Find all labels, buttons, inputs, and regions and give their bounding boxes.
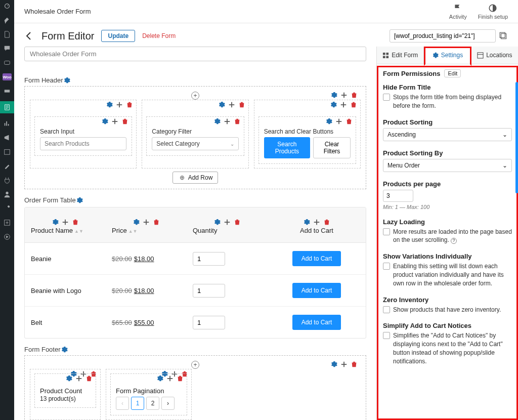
add-to-cart-button[interactable]: Add to Cart [292, 283, 341, 298]
rail-page-icon[interactable] [3, 30, 11, 38]
help-icon[interactable]: ? [451, 238, 457, 244]
plus-icon[interactable] [335, 118, 342, 125]
update-button[interactable]: Update [101, 30, 135, 42]
sortby-select[interactable]: Menu Order⌄ [383, 159, 512, 172]
rail-analytics-icon[interactable] [3, 119, 11, 128]
trash-icon[interactable] [153, 219, 160, 226]
rail-ticket-icon[interactable] [3, 87, 11, 95]
trash-icon[interactable] [85, 375, 93, 382]
simplify-checkbox[interactable] [383, 332, 390, 339]
plus-icon[interactable] [75, 375, 82, 382]
hide-title-checkbox[interactable] [383, 94, 390, 101]
add-row-button[interactable]: ⊕Add Row [172, 172, 219, 184]
plus-icon[interactable] [224, 219, 231, 226]
gear-icon[interactable] [76, 197, 83, 204]
search-products-button[interactable]: Search Products [264, 137, 310, 158]
rail-user-icon[interactable] [3, 190, 11, 198]
plus-icon[interactable] [62, 219, 69, 226]
permissions-edit-button[interactable]: Edit [444, 69, 461, 77]
trash-icon[interactable] [238, 101, 245, 108]
activity-button[interactable]: Activity [449, 4, 467, 20]
qty-input[interactable] [193, 284, 225, 298]
gear-icon[interactable] [52, 219, 59, 226]
clear-filters-button[interactable]: Clear Filters [313, 137, 351, 158]
plus-icon[interactable] [116, 101, 123, 108]
copy-icon[interactable] [499, 31, 508, 40]
plus-icon[interactable] [111, 118, 118, 125]
trash-icon[interactable] [234, 219, 241, 226]
gear-icon[interactable] [325, 118, 332, 125]
rail-pin-icon[interactable] [3, 16, 11, 24]
finish-setup-button[interactable]: Finish setup [478, 4, 508, 20]
rail-form-icon[interactable] [0, 101, 14, 113]
add-row-top-icon[interactable]: + [191, 361, 199, 369]
shortcode-input[interactable] [390, 29, 496, 43]
rail-dashboard-icon[interactable] [3, 2, 11, 10]
gear-icon[interactable] [61, 346, 68, 353]
gear-icon[interactable] [303, 219, 310, 226]
trash-icon[interactable] [351, 361, 358, 368]
rail-brush-icon[interactable] [3, 162, 11, 170]
rail-tools-icon[interactable] [3, 204, 11, 213]
gear-icon[interactable] [156, 375, 163, 382]
add-to-cart-button[interactable]: Add to Cart [292, 315, 341, 330]
perpage-input[interactable] [383, 190, 413, 202]
gear-icon[interactable] [213, 219, 221, 226]
add-to-cart-button[interactable]: Add to Cart [292, 251, 341, 266]
rail-play-icon[interactable] [3, 233, 11, 241]
delete-form-link[interactable]: Delete Form [142, 32, 176, 39]
plus-icon[interactable] [228, 101, 235, 108]
gear-icon[interactable] [330, 101, 337, 108]
qty-input[interactable] [193, 252, 225, 266]
trash-icon[interactable] [234, 118, 241, 125]
sort-icon[interactable]: ▲▼ [74, 229, 83, 234]
scrollbar[interactable] [515, 47, 518, 420]
gear-icon[interactable] [65, 375, 72, 382]
page-1[interactable]: 1 [131, 397, 144, 410]
rail-comment-icon[interactable] [3, 45, 11, 53]
plus-icon[interactable] [224, 118, 231, 125]
gear-icon[interactable] [63, 77, 70, 84]
trash-icon[interactable] [72, 219, 79, 226]
tab-settings[interactable]: Settings [423, 47, 471, 64]
lazy-checkbox[interactable] [383, 228, 390, 235]
variations-checkbox[interactable] [383, 263, 390, 270]
trash-icon[interactable] [126, 101, 133, 108]
sorting-select[interactable]: Ascending⌄ [383, 128, 512, 141]
tab-edit-form[interactable]: Edit Form [377, 47, 423, 64]
sort-icon[interactable]: ▲▼ [128, 229, 138, 234]
plus-icon[interactable] [340, 101, 347, 108]
back-button[interactable] [24, 31, 34, 41]
rail-media-icon[interactable] [3, 59, 11, 67]
add-row-top-icon[interactable]: + [191, 92, 199, 100]
trash-icon[interactable] [121, 118, 128, 125]
col-name[interactable]: Product Name [31, 227, 73, 234]
trash-icon[interactable] [351, 92, 358, 99]
plus-icon[interactable] [340, 361, 348, 368]
tab-locations[interactable]: Locations [471, 47, 518, 64]
plus-icon[interactable] [313, 219, 320, 226]
plus-icon[interactable] [166, 375, 174, 382]
page-next[interactable]: › [161, 397, 175, 410]
trash-icon[interactable] [177, 375, 184, 382]
rail-megaphone-icon[interactable] [3, 134, 11, 142]
col-price[interactable]: Price [112, 227, 127, 234]
rail-plugin-icon[interactable] [3, 176, 11, 184]
gear-icon[interactable] [101, 118, 108, 125]
zero-checkbox[interactable] [383, 306, 390, 313]
form-name-input[interactable] [24, 47, 366, 61]
trash-icon[interactable] [323, 219, 330, 226]
trash-icon[interactable] [346, 118, 353, 125]
gear-icon[interactable] [218, 101, 225, 108]
plus-icon[interactable] [143, 219, 150, 226]
page-2[interactable]: 2 [146, 397, 159, 410]
gear-icon[interactable] [106, 101, 113, 108]
qty-input[interactable] [193, 316, 225, 329]
gear-icon[interactable] [330, 92, 337, 99]
rail-woo-icon[interactable]: Woo [3, 73, 11, 81]
plus-icon[interactable] [340, 92, 348, 99]
gear-icon[interactable] [213, 118, 221, 125]
trash-icon[interactable] [350, 101, 357, 108]
search-input[interactable] [40, 137, 126, 150]
gear-icon[interactable] [133, 219, 140, 226]
